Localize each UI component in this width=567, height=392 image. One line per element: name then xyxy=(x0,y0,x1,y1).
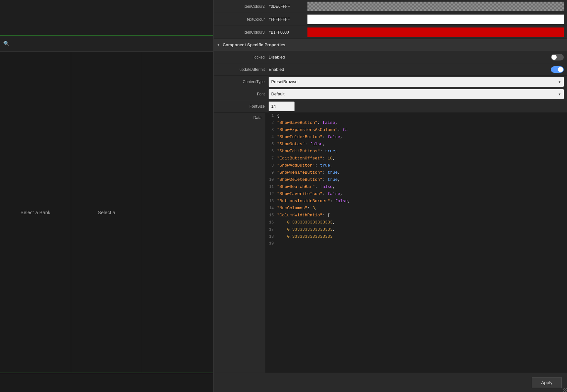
textcolour-swatch[interactable] xyxy=(307,15,564,24)
contenttype-label: ContentType xyxy=(217,80,269,84)
textcolour-hex: #FFFFFFFF xyxy=(269,17,307,22)
col2-label: Select a xyxy=(71,52,142,373)
line-num-17: 17 xyxy=(265,227,277,232)
json-line-3: 3 "ShowExpansionsAsColumn": fa xyxy=(265,127,567,134)
json-line-1: 1 { xyxy=(265,113,567,120)
grid-col-3[interactable] xyxy=(142,52,213,373)
search-bar: 🔍 xyxy=(0,36,213,52)
json-line-18: 18 0.3333333333333333 xyxy=(265,234,567,241)
line-content-14: "NumColumns": 3, xyxy=(277,206,566,211)
font-row: Font Default ▼ xyxy=(214,88,567,100)
font-value: Default ▼ xyxy=(269,89,564,99)
line-content-13: "ButtonsInsideBorder": false, xyxy=(277,199,566,203)
grid-col-2[interactable]: Select a xyxy=(71,52,142,373)
line-num-9: 9 xyxy=(265,170,277,175)
itemcolour2-label: itemColour2 xyxy=(217,4,269,9)
data-section: Data 1 { 2 "ShowSaveButton": false, 3 "S… xyxy=(214,113,567,373)
line-content-8: "ShowAddButton": true, xyxy=(277,163,566,168)
grid-col-1[interactable]: Select a Bank xyxy=(0,52,71,373)
section-triangle-icon: ▼ xyxy=(217,43,220,47)
json-line-17: 17 0.3333333333333333, xyxy=(265,227,567,234)
line-content-15: "ColumnWidthRatio": [ xyxy=(277,213,566,218)
fontsize-value xyxy=(269,102,564,111)
line-num-14: 14 xyxy=(265,206,277,211)
fontsize-label: FontSize xyxy=(217,104,269,109)
line-num-13: 13 xyxy=(265,199,277,203)
json-editor[interactable]: 1 { 2 "ShowSaveButton": false, 3 "ShowEx… xyxy=(265,113,567,373)
locked-label: locked xyxy=(217,55,269,60)
fontsize-input[interactable] xyxy=(269,102,295,111)
itemcolour3-swatch[interactable] xyxy=(307,27,564,37)
contenttype-select[interactable]: PresetBrowser xyxy=(269,77,564,87)
json-line-16: 16 0.3333333333333333, xyxy=(265,220,567,227)
json-line-4: 4 "ShowFolderButton": false, xyxy=(265,134,567,141)
line-content-12: "ShowFavoriteIcon": false, xyxy=(277,191,566,196)
contenttype-value: PresetBrowser ▼ xyxy=(269,77,564,87)
json-line-5: 5 "ShowNotes": false, xyxy=(265,141,567,148)
apply-button[interactable]: Apply xyxy=(532,377,562,388)
bank-label: Select a Bank xyxy=(0,52,71,373)
json-line-8: 8 "ShowAddButton": true, xyxy=(265,163,567,170)
fontsize-row: FontSize xyxy=(214,100,567,113)
component-section-header[interactable]: ▼ Component Specific Properties xyxy=(214,39,567,51)
line-content-11: "ShowSearchBar": false, xyxy=(277,184,566,189)
line-num-18: 18 xyxy=(265,234,277,239)
locked-toggle[interactable] xyxy=(551,54,564,60)
font-select[interactable]: Default xyxy=(269,89,564,99)
line-content-6: "ShowEditButtons": true, xyxy=(277,149,566,154)
locked-value: Disabled xyxy=(269,54,564,60)
line-content-4: "ShowFolderButton": false, xyxy=(277,135,566,139)
line-content-16: 0.3333333333333333, xyxy=(277,220,566,225)
font-label: Font xyxy=(217,92,269,96)
line-content-2: "ShowSaveButton": false, xyxy=(277,120,566,125)
itemcolour3-label: itemColour3 xyxy=(217,30,269,35)
search-icon: 🔍 xyxy=(3,40,10,47)
json-line-13: 13 "ButtonsInsideBorder": false, xyxy=(265,198,567,205)
line-num-12: 12 xyxy=(265,192,277,196)
line-num-10: 10 xyxy=(265,178,277,182)
json-line-14: 14 "NumColumns": 3, xyxy=(265,205,567,212)
updateafterinit-thumb xyxy=(558,67,563,72)
line-num-7: 7 xyxy=(265,156,277,161)
line-num-5: 5 xyxy=(265,142,277,147)
textcolour-label: textColour xyxy=(217,17,269,22)
line-num-2: 2 xyxy=(265,121,277,125)
bottom-bar xyxy=(0,373,213,392)
locked-row: locked Disabled xyxy=(214,51,567,63)
color-row-textcolour: textColour #FFFFFFFF xyxy=(214,13,567,26)
updateafterinit-label: updateAfterInit xyxy=(217,67,269,72)
itemcolour3-hex: #B1FF0000 xyxy=(269,30,307,35)
line-num-16: 16 xyxy=(265,220,277,225)
line-num-11: 11 xyxy=(265,185,277,189)
right-panel: itemColour2 #3DE6FFFF textColour #FFFFFF… xyxy=(214,0,567,392)
data-label: Data xyxy=(214,113,265,373)
content-area: Select a Bank Select a xyxy=(0,52,213,373)
line-num-8: 8 xyxy=(265,163,277,168)
line-num-19: 19 xyxy=(265,241,277,246)
line-num-6: 6 xyxy=(265,149,277,154)
grid-area: Select a Bank Select a xyxy=(0,52,213,373)
json-line-10: 10 "ShowDeleteButton": true, xyxy=(265,177,567,184)
json-line-19: 19 xyxy=(265,241,567,248)
line-content-7: "EditButtonOffset": 10, xyxy=(277,156,566,161)
resize-grip-icon[interactable] xyxy=(563,388,567,392)
line-content-1: { xyxy=(277,113,566,118)
line-num-4: 4 xyxy=(265,135,277,139)
line-num-3: 3 xyxy=(265,128,277,132)
itemcolour2-hex: #3DE6FFFF xyxy=(269,4,307,9)
line-content-9: "ShowRenameButton": true, xyxy=(277,170,566,175)
json-line-6: 6 "ShowEditButtons": true, xyxy=(265,148,567,156)
updateafterinit-toggle[interactable] xyxy=(551,66,564,73)
updateafterinit-row: updateAfterInit Enabled xyxy=(214,63,567,76)
itemcolour2-swatch[interactable] xyxy=(307,2,564,11)
left-panel: 🔍 Select a Bank Select a xyxy=(0,0,214,392)
locked-thumb xyxy=(551,55,557,60)
line-num-15: 15 xyxy=(265,213,277,218)
json-line-15: 15 "ColumnWidthRatio": [ xyxy=(265,212,567,220)
color-row-itemcolour2: itemColour2 #3DE6FFFF xyxy=(214,0,567,13)
contenttype-row: ContentType PresetBrowser ▼ xyxy=(214,76,567,88)
line-content-18: 0.3333333333333333 xyxy=(277,234,566,239)
json-line-2: 2 "ShowSaveButton": false, xyxy=(265,120,567,127)
json-line-11: 11 "ShowSearchBar": false, xyxy=(265,184,567,191)
apply-area: Apply xyxy=(214,373,567,392)
